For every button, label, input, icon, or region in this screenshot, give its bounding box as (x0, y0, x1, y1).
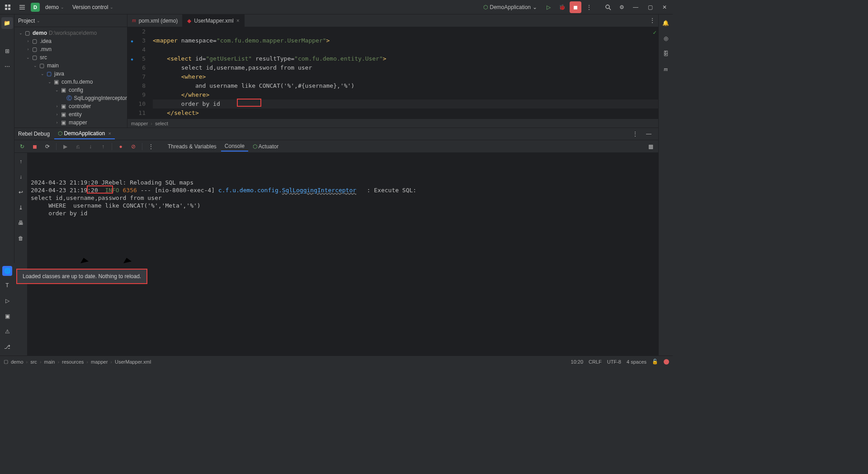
console-gutter: ↑ ↓ ↩ ⤓ 🖶 🗑 (14, 153, 27, 356)
project-tool-icon[interactable]: 📁 (1, 17, 13, 29)
annotation-arrow (108, 27, 289, 271)
search-icon[interactable] (602, 1, 614, 13)
app-menu-icon[interactable] (2, 1, 14, 13)
more-actions-icon[interactable]: ⋮ (583, 1, 595, 13)
terminal-tool-icon[interactable]: T (1, 280, 13, 291)
rerun-button[interactable]: ↻ (16, 141, 28, 152)
scroll-down-icon[interactable]: ↓ (15, 171, 27, 183)
scroll-to-end-icon[interactable]: ⤓ (15, 202, 27, 213)
hide-tool-icon[interactable]: — (643, 128, 655, 140)
maven-tool-icon[interactable]: m (660, 63, 672, 75)
svg-line-11 (127, 102, 226, 258)
svg-marker-12 (123, 258, 132, 263)
svg-rect-0 (5, 5, 7, 7)
line-separator[interactable]: CRLF (589, 359, 602, 365)
debug-tool-icon[interactable]: ▣ (1, 310, 13, 322)
chevron-down-icon: ⌄ (110, 5, 113, 9)
clear-icon[interactable]: 🗑 (15, 232, 27, 244)
project-panel-header: Project ⌄ (14, 14, 127, 27)
run-config-icon: ⬡ (483, 4, 488, 10)
main-menu-icon[interactable] (16, 1, 28, 13)
editor-tabs: m pom.xml (demo) ◆ UserMapper.xml × ⋮ (127, 14, 658, 27)
problems-tool-icon[interactable]: ⚠ (1, 326, 13, 337)
resume-button[interactable]: ⟳ (42, 141, 53, 152)
svg-rect-2 (5, 8, 7, 10)
project-panel-title: Project (18, 18, 35, 24)
tool-options-icon[interactable]: ⋮ (629, 128, 641, 140)
svg-line-8 (609, 8, 611, 10)
svg-point-7 (606, 5, 609, 9)
error-indicator-icon[interactable] (664, 359, 669, 365)
editor-tab-usermapper[interactable]: ◆ UserMapper.xml × (183, 14, 244, 27)
file-encoding[interactable]: UTF-8 (607, 359, 621, 365)
stop-debug-button[interactable]: ◼ (29, 141, 41, 152)
ai-assistant-icon[interactable]: ◎ (660, 33, 672, 44)
vcs-dropdown[interactable]: Version control⌄ (70, 3, 116, 11)
status-bar: ▢demo›src›main›resources›mapper›UserMapp… (0, 356, 673, 367)
chevron-down-icon: ⌄ (61, 5, 64, 9)
notifications-icon[interactable]: 🔔 (660, 17, 672, 29)
close-button[interactable]: ✕ (658, 1, 671, 13)
run-config-icon: ⬡ (58, 130, 62, 137)
project-badge: D (31, 3, 40, 12)
maven-icon: m (132, 17, 136, 24)
git-tool-icon[interactable]: ⎇ (1, 341, 13, 353)
right-stripe: 🔔 ◎ 🗄 m (658, 14, 673, 356)
pause-button[interactable]: ▶ (59, 141, 71, 152)
xml-icon: ◆ (187, 18, 191, 24)
structure-tool-icon[interactable]: ⊞ (1, 45, 13, 57)
tab-options-icon[interactable]: ⋮ (646, 14, 658, 26)
inspection-ok-icon: ✓ (653, 29, 656, 36)
run-button[interactable]: ▷ (542, 1, 554, 13)
run-tool-icon[interactable]: ▷ (1, 295, 13, 307)
maximize-button[interactable]: ▢ (644, 1, 656, 13)
run-config-dropdown[interactable]: ⬡ DemoApplication ⌄ (480, 3, 541, 11)
more-tool-icon[interactable]: ⋯ (1, 61, 13, 72)
minimize-button[interactable]: — (629, 1, 642, 13)
indent-setting[interactable]: 4 spaces (627, 359, 646, 365)
editor-tab-pom[interactable]: m pom.xml (demo) (127, 14, 183, 27)
tool-window-title: Rebel Debug (18, 131, 50, 137)
svg-rect-1 (8, 5, 10, 7)
cursor-position[interactable]: 10:20 (571, 359, 584, 365)
left-stripe-bottom: 🌐 T ▷ ▣ ⚠ ⎇ (0, 263, 14, 356)
navigation-bar[interactable]: ▢demo›src›main›resources›mapper›UserMapp… (4, 359, 151, 365)
title-bar: D demo⌄ Version control⌄ ⬡ DemoApplicati… (0, 0, 673, 14)
chevron-down-icon[interactable]: ⌄ (37, 19, 40, 23)
database-icon[interactable]: 🗄 (660, 48, 672, 60)
settings-icon[interactable]: ⚙ (616, 1, 627, 13)
layout-settings-icon[interactable]: ▦ (645, 141, 656, 152)
services-tool-icon[interactable]: 🌐 (2, 266, 12, 276)
notification-balloon[interactable]: Loaded classes are up to date. Nothing t… (16, 269, 147, 284)
close-tab-icon[interactable]: × (236, 18, 240, 24)
readonly-icon[interactable]: 🔓 (652, 359, 658, 365)
chevron-down-icon: ⌄ (533, 4, 537, 10)
svg-rect-3 (8, 8, 10, 10)
project-dropdown[interactable]: demo⌄ (42, 3, 67, 11)
svg-line-9 (84, 190, 99, 258)
stop-button[interactable]: ◼ (570, 1, 581, 13)
debug-button[interactable]: 🐞 (556, 1, 568, 13)
scroll-up-icon[interactable]: ↑ (15, 156, 27, 167)
print-icon[interactable]: 🖶 (15, 217, 27, 229)
soft-wrap-icon[interactable]: ↩ (15, 186, 27, 198)
svg-marker-10 (80, 258, 89, 263)
